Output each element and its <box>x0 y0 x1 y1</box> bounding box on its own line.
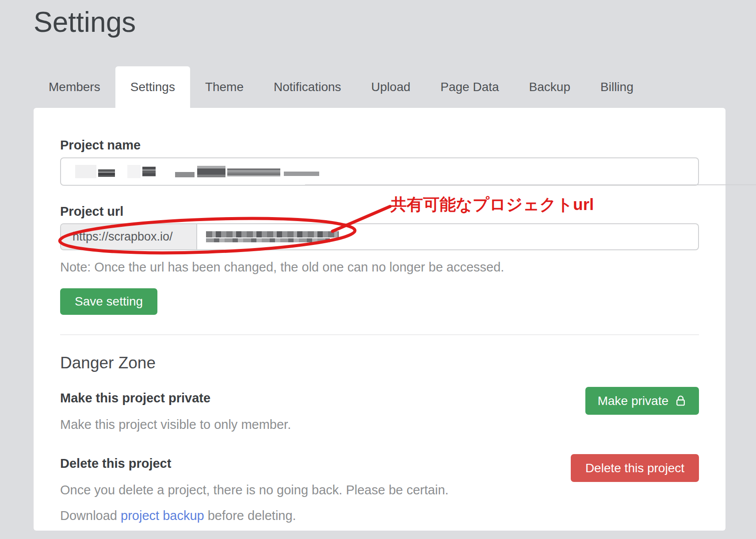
delete-project-warning: Once you delete a project, there is no g… <box>60 482 699 498</box>
tab-billing[interactable]: Billing <box>585 66 649 108</box>
make-private-button[interactable]: Make private <box>585 387 699 415</box>
delete-project-row: Delete this project Once you delete a pr… <box>60 455 699 524</box>
page-title: Settings <box>34 4 756 41</box>
section-divider <box>60 334 699 335</box>
redacted-project-url <box>206 231 339 242</box>
settings-panel: Project name Project url https://scrapbo… <box>34 108 725 531</box>
save-setting-button[interactable]: Save setting <box>60 288 157 315</box>
make-private-row: Make this project private Make this proj… <box>60 390 699 432</box>
project-url-input-group: https://scrapbox.io/ <box>60 223 699 250</box>
backup-line-prefix: Download <box>60 508 121 523</box>
tab-page-data[interactable]: Page Data <box>425 66 514 108</box>
project-url-input[interactable] <box>197 224 698 249</box>
make-private-button-label: Make private <box>598 394 668 408</box>
project-name-input[interactable] <box>60 157 699 186</box>
tab-backup[interactable]: Backup <box>514 66 585 108</box>
delete-project-button[interactable]: Delete this project <box>571 454 699 482</box>
backup-line: Download project backup before deleting. <box>60 508 699 524</box>
redacted-project-name <box>75 165 319 178</box>
project-url-label: Project url <box>60 203 699 219</box>
danger-zone-heading: Danger Zone <box>60 353 699 373</box>
annotation-text: 共有可能なプロジェクトurl <box>390 196 594 214</box>
tab-theme[interactable]: Theme <box>190 66 259 108</box>
tab-settings[interactable]: Settings <box>115 66 190 108</box>
lock-icon <box>675 395 687 407</box>
project-backup-link[interactable]: project backup <box>121 508 204 523</box>
tab-members[interactable]: Members <box>34 66 115 108</box>
paste-seam-line <box>305 184 756 185</box>
tab-upload[interactable]: Upload <box>356 66 426 108</box>
backup-line-suffix: before deleting. <box>204 508 296 523</box>
tab-bar: Members Settings Theme Notifications Upl… <box>34 66 756 108</box>
tab-notifications[interactable]: Notifications <box>259 66 356 108</box>
url-change-note: Note: Once the url has been changed, the… <box>60 259 699 275</box>
project-name-label: Project name <box>60 137 699 153</box>
url-prefix-addon: https://scrapbox.io/ <box>61 224 197 249</box>
make-private-description: Make this project visible to only member… <box>60 417 699 432</box>
